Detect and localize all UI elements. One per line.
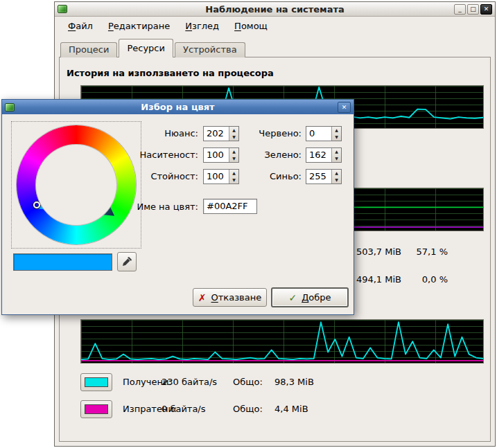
hue-label: Нюанс: <box>106 128 198 139</box>
red-spinner[interactable]: 0 ▲▼ <box>306 126 342 141</box>
blue-spin-buttons: ▲▼ <box>331 170 341 183</box>
spin-up-icon[interactable]: ▲ <box>332 170 341 177</box>
cancel-icon: ✗ <box>198 292 207 303</box>
dialog-icon <box>5 103 15 111</box>
color-name-label: Име на цвят: <box>106 201 198 213</box>
red-value: 0 <box>306 127 331 141</box>
spin-down-icon[interactable]: ▼ <box>229 155 238 162</box>
value-spin-buttons: ▲▼ <box>229 170 238 183</box>
hue-wheel[interactable] <box>17 125 136 244</box>
received-color-button[interactable] <box>80 373 112 391</box>
dialog-title: Избор на цвят <box>2 102 354 112</box>
cancel-button-label: Отказване <box>211 292 262 303</box>
received-rate: 230 байта/s <box>162 377 217 387</box>
received-total: 98,3 MiB <box>274 377 314 387</box>
memory-used-percent: 57,1 % <box>403 247 448 257</box>
saturation-spin-buttons: ▲▼ <box>229 148 238 162</box>
main-titlebar[interactable]: Наблюдение на системата _ □ ✕ <box>55 2 495 17</box>
color-picker-dialog: Избор на цвят ✕ Нюанс: 202 ▲▼ Наситеност… <box>1 99 354 315</box>
app-icon <box>58 5 67 13</box>
color-preview <box>13 253 112 271</box>
menu-edit[interactable]: Редактиране <box>101 19 177 33</box>
spin-up-icon[interactable]: ▲ <box>332 148 341 155</box>
dialog-titlebar[interactable]: Избор на цвят ✕ <box>2 100 354 114</box>
saturation-label: Наситеност: <box>106 150 198 161</box>
swap-used-percent: 0,0 % <box>403 274 448 285</box>
ok-icon: ✓ <box>288 292 297 303</box>
spin-down-icon[interactable]: ▼ <box>332 134 341 141</box>
value-value: 100 <box>204 170 229 183</box>
sent-rate: 0 байта/s <box>162 404 206 414</box>
red-spin-buttons: ▲▼ <box>331 127 341 141</box>
menu-file[interactable]: Файл <box>60 19 101 33</box>
tab-processes[interactable]: Процеси <box>60 42 117 57</box>
sent-color-swatch <box>85 404 108 414</box>
cancel-button[interactable]: ✗ Отказване <box>193 288 267 307</box>
color-selection-marker[interactable] <box>33 201 40 208</box>
value-label: Стойност: <box>106 171 198 182</box>
menu-view[interactable]: Изглед <box>177 19 227 33</box>
spin-down-icon[interactable]: ▼ <box>332 177 341 183</box>
eyedropper-icon <box>121 256 132 267</box>
spin-up-icon[interactable]: ▲ <box>332 127 341 134</box>
blue-value: 255 <box>306 170 331 183</box>
close-icon[interactable]: ✕ <box>480 4 492 15</box>
main-window-title: Наблюдение на системата <box>55 4 495 15</box>
blue-label: Синьо: <box>241 171 302 182</box>
red-label: Червено: <box>241 128 302 139</box>
saturation-spinner[interactable]: 100 ▲▼ <box>203 147 239 163</box>
notebook-tabs: Процеси Ресурси Устройства <box>60 39 247 57</box>
spin-down-icon[interactable]: ▼ <box>332 155 341 162</box>
tab-resources[interactable]: Ресурси <box>119 39 173 57</box>
window-controls: _ □ ✕ <box>454 4 492 15</box>
green-spinner[interactable]: 162 ▲▼ <box>306 147 342 163</box>
received-color-swatch <box>85 377 108 387</box>
value-spinner[interactable]: 100 ▲▼ <box>203 169 239 184</box>
eyedropper-button[interactable] <box>117 252 137 271</box>
desktop: Наблюдение на системата _ □ ✕ Файл Редак… <box>0 0 497 448</box>
hue-spinner[interactable]: 202 ▲▼ <box>203 126 239 141</box>
spin-up-icon[interactable]: ▲ <box>229 127 238 134</box>
green-value: 162 <box>306 148 331 162</box>
network-history-chart <box>80 319 484 364</box>
spin-down-icon[interactable]: ▼ <box>229 134 238 141</box>
ok-button-label: Добре <box>302 292 331 303</box>
color-name-input[interactable]: #00A2FF <box>203 199 257 214</box>
ok-button[interactable]: ✓ Добре <box>271 287 349 307</box>
saturation-value-triangle[interactable] <box>17 125 136 244</box>
spin-up-icon[interactable]: ▲ <box>229 148 238 155</box>
sent-color-button[interactable] <box>80 400 112 418</box>
blue-spinner[interactable]: 255 ▲▼ <box>306 169 342 184</box>
menu-help[interactable]: Помощ <box>227 19 275 33</box>
green-label: Зелено: <box>241 150 302 161</box>
menubar: Файл Редактиране Изглед Помощ <box>55 17 495 35</box>
green-spin-buttons: ▲▼ <box>331 148 341 162</box>
saturation-value: 100 <box>204 148 229 162</box>
minimize-icon[interactable]: _ <box>454 4 466 15</box>
cpu-history-heading: История на използването на процесора <box>67 68 274 78</box>
sent-total-label: Общо: <box>233 404 263 414</box>
tab-devices[interactable]: Устройства <box>175 42 245 57</box>
hue-spin-buttons: ▲▼ <box>229 127 238 141</box>
spin-up-icon[interactable]: ▲ <box>229 170 238 177</box>
hue-value: 202 <box>204 127 229 141</box>
spin-down-icon[interactable]: ▼ <box>229 177 238 183</box>
sent-total: 4,4 MiB <box>274 404 308 414</box>
maximize-icon[interactable]: □ <box>467 4 479 15</box>
received-total-label: Общо: <box>233 377 263 387</box>
dialog-close-icon[interactable]: ✕ <box>338 102 351 113</box>
